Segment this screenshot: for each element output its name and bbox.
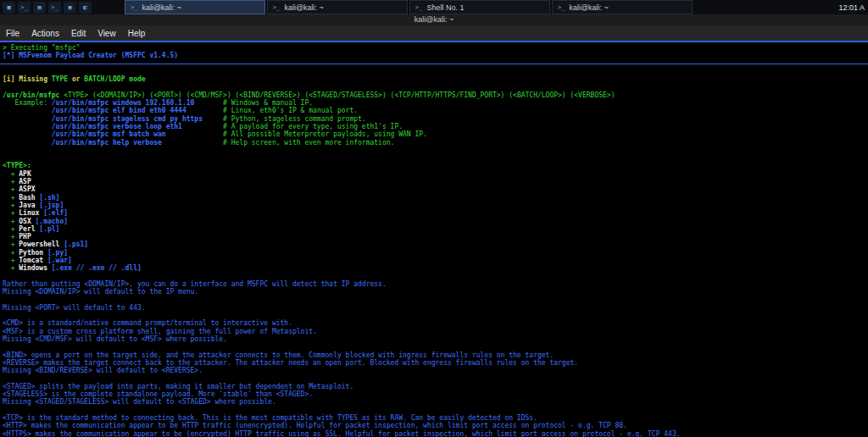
window-titlebar[interactable]: kali@kali: ~ — [0, 14, 868, 25]
terminal-line: /usr/bin/msfpc stageless cmd py https # … — [3, 115, 865, 123]
terminal-line: <TCP> is the standard method to connecti… — [3, 414, 865, 422]
terminal-line: + ASP — [3, 178, 865, 185]
terminal-text: Missing — [19, 75, 52, 83]
terminal-text: OSX — [19, 218, 31, 225]
terminal-text: Missing <PORT> will default to 443. — [3, 304, 146, 312]
terminal-text: # Windows & manual IP. — [194, 99, 313, 107]
terminal-line: <MSF> is a custom cross platform shell, … — [3, 328, 865, 335]
terminal-line: <STAGELESS> is the complete standalone p… — [3, 390, 865, 398]
terminal-line: <STAGED> splits the payload into parts, … — [3, 383, 865, 390]
terminal-text: or — [68, 75, 84, 83]
taskbar-window-button[interactable]: >_Shell No. 1 — [409, 0, 550, 14]
terminal-line: + Linux [.elf] — [3, 209, 865, 217]
terminal-text — [3, 107, 52, 114]
terminal-launcher-icon[interactable]: >_ — [18, 2, 31, 14]
terminal-text — [3, 139, 52, 147]
terminal-icon: >_ — [415, 4, 422, 11]
terminal-text: /usr/bin/msfpc windows 192.168.1.10 — [52, 99, 195, 107]
terminal-line — [3, 68, 865, 75]
terminal-text: PHP — [19, 233, 31, 241]
terminal-text: [.exe // .exe // .dll] — [47, 264, 142, 272]
terminal-line: <REVERSE> makes the target connect back … — [3, 359, 865, 367]
terminal-text: [.war] — [43, 257, 72, 264]
terminal-text: + — [3, 209, 19, 217]
terminal-output[interactable]: > Executing "msfpc"[*] MSFvenom Payload … — [0, 42, 868, 437]
terminal-line: + Java [.jsp] — [3, 202, 865, 209]
terminal-line — [3, 273, 865, 280]
taskbar-window-button[interactable]: >_kali@kali: ~ — [552, 0, 693, 14]
terminal-text: [.sh] — [36, 194, 60, 202]
menu-help[interactable]: Help — [122, 29, 152, 38]
text-editor-icon[interactable]: ▣ — [64, 2, 76, 14]
terminal-text: + — [3, 225, 19, 233]
terminal-text: /usr/bin/msfpc stageless cmd py https — [52, 115, 203, 123]
terminal-text: [.elf] — [39, 209, 68, 217]
app-menu-icon[interactable]: ▦ — [3, 2, 15, 14]
terminal-text: <BIND> opens a port on the target side, … — [3, 351, 554, 359]
terminal-text: + — [3, 264, 19, 272]
terminal-text: Bash — [19, 194, 35, 202]
terminal-line: Missing <STAGED/STAGELESS> will default … — [3, 398, 865, 406]
terminal-text: <HTTP> makes the communication appear to… — [3, 422, 627, 429]
terminal-line — [3, 407, 865, 414]
terminal-icon: >_ — [558, 4, 565, 11]
terminal-text: # All possible Meterpreter payloads, usi… — [166, 130, 427, 138]
menu-file[interactable]: File — [0, 29, 25, 38]
terminal-text: <STAGELESS> is the complete standalone p… — [3, 390, 313, 398]
terminal-line: <BIND> opens a port on the target side, … — [3, 351, 865, 359]
menu-view[interactable]: View — [92, 29, 122, 38]
taskbar-clock[interactable]: 12:01 A — [838, 3, 865, 12]
terminal-line: + Powershell [.ps1] — [3, 241, 865, 248]
terminal-text: Missing <BIND/REVERSE> will default to <… — [3, 367, 203, 374]
terminal-text: Missing <STAGED/STAGELESS> will default … — [3, 398, 276, 406]
terminal-text: [.py] — [43, 249, 68, 257]
menu-edit[interactable]: Edit — [65, 29, 92, 38]
terminal-line: <TYPE>: — [3, 162, 865, 169]
terminal-line: + Windows [.exe // .exe // .dll] — [3, 264, 865, 272]
terminal-text: Missing <CMD/MSF> will default to <MSF> … — [3, 335, 227, 343]
terminal-text: + — [3, 233, 19, 241]
terminal-line: /usr/bin/msfpc help verbose # Help scree… — [3, 139, 865, 147]
terminal-text: <HTTPS> makes the communication appear t… — [3, 430, 681, 437]
terminal-line — [3, 147, 865, 154]
taskbar-window-label: kali@kali: ~ — [284, 3, 323, 12]
terminal-text: # Help screen, with even more informatio… — [162, 139, 395, 147]
terminal-text: Linux — [19, 209, 39, 217]
taskbar-window-button[interactable]: >_kali@kali: ~ — [267, 0, 408, 14]
terminal-text: <STAGED> splits the payload into parts, … — [3, 383, 353, 390]
terminal-line — [3, 312, 865, 319]
terminal-text: [.ps1] — [59, 241, 88, 248]
terminal-line: Missing <BIND/REVERSE> will default to <… — [3, 367, 865, 374]
screenshot-tool-icon[interactable]: ◧ — [79, 2, 92, 14]
terminal-text: Missing <DOMAIN/IP> will default to the … — [3, 288, 198, 296]
terminal-line: Missing <PORT> will default to 443. — [3, 304, 865, 312]
terminal-text: + — [3, 249, 19, 257]
terminal-text: <MSF> is a custom cross platform shell, … — [3, 328, 317, 335]
terminal-launcher-icon-2[interactable]: >_ — [48, 2, 61, 14]
file-manager-icon[interactable]: ▤ — [33, 2, 46, 14]
terminal-line — [3, 83, 865, 91]
terminal-line — [3, 154, 865, 162]
terminal-line: > Executing "msfpc" — [3, 44, 865, 52]
terminal-text: TYPE — [52, 75, 68, 83]
terminal-text: Rather than putting <DOMAIN/IP>, you can… — [3, 280, 387, 288]
terminal-text — [3, 115, 52, 123]
terminal-text: + — [3, 202, 19, 209]
terminal-line — [3, 296, 865, 304]
terminal-text: ASPX — [19, 185, 35, 193]
terminal-text: > Executing "msfpc" — [3, 44, 81, 52]
terminal-text: + — [3, 241, 19, 248]
menu-actions[interactable]: Actions — [25, 29, 65, 38]
terminal-line: + OSX [.macho] — [3, 218, 865, 225]
terminal-text: MSFvenom Payload Creator (MSFPC v1.4.5) — [19, 52, 178, 59]
terminal-line — [3, 343, 865, 351]
terminal-text: # A payload for every type, using eth1's… — [182, 123, 403, 130]
taskbar-window-label: kali@kali: ~ — [142, 3, 181, 12]
terminal-text: <TYPE> (<DOMAIN/IP>) (<PORT>) (<CMD/MSF>… — [59, 91, 615, 99]
terminal-text: <TYPE>: — [3, 162, 31, 169]
terminal-text: Windows — [19, 264, 47, 272]
taskbar-launchers: ▦>_▤>_▣◧ — [3, 2, 92, 14]
taskbar-window-button[interactable]: >_kali@kali: ~ — [125, 0, 265, 14]
terminal-text: + — [3, 257, 19, 264]
terminal-text: ASP — [19, 178, 31, 185]
